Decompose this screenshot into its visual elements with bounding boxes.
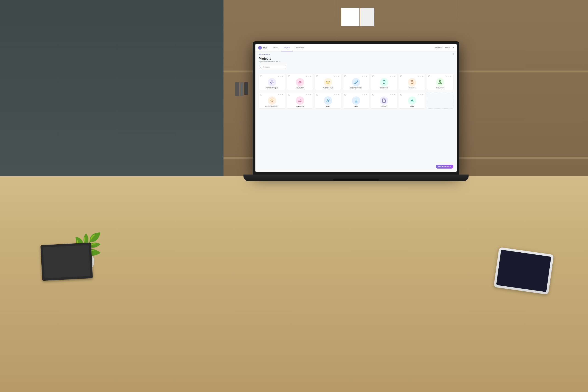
card-checkbox[interactable] [400,75,402,77]
card-checkbox[interactable] [372,94,374,96]
nav-profile[interactable]: Profile [445,47,450,48]
project-card-cosmetic[interactable]: ⇅ ✏ 🗑 [371,74,397,90]
project-card-glass-industry[interactable]: ⇅ ✏ 🗑 [259,92,285,108]
sort-icon[interactable]: ⇅ [277,94,279,96]
sort-icon[interactable]: ⇅ [445,75,447,77]
delete-icon[interactable]: 🗑 [422,94,424,96]
logo-text: TKM [263,46,267,49]
card-actions: ⇅ ✏ 🗑 [361,94,368,96]
card-checkbox[interactable] [288,75,290,77]
card-checkbox[interactable] [260,75,262,77]
delete-icon[interactable]: 🗑 [338,75,340,77]
delete-icon[interactable]: 🗑 [366,94,368,96]
sort-icon[interactable]: ⇅ [361,94,363,96]
laptop: TKM Search Projects Dashboard Resources … [253,41,460,181]
ship-label: SHIP [354,106,358,107]
delete-icon[interactable]: 🗑 [394,75,396,77]
sort-icon[interactable]: ⇅ [417,94,419,96]
armement-icon-wrapper [296,78,304,86]
project-card-aeronautique[interactable]: ⇅ ✏ 🗑 AERONAUT [259,74,285,90]
project-card-automobile[interactable]: ⇅ ✏ 🗑 [315,74,341,90]
edit-icon[interactable]: ✏ [392,94,394,96]
nav-resources[interactable]: Resources [435,47,442,48]
chemistry-label: CHEMISTRY [436,87,444,89]
sort-icon[interactable]: ⇅ [361,75,363,77]
project-card-armement[interactable]: ⇅ ✏ 🗑 [287,74,313,90]
project-card-wind[interactable]: ⇅ ✏ 🗑 [315,92,341,108]
sort-icon[interactable]: ⇅ [333,75,335,77]
delete-icon[interactable]: 🗑 [450,75,452,77]
sort-icon[interactable]: ⇅ [389,75,391,77]
nav-logout[interactable]: ↗ [452,47,454,49]
card-actions: ⇅ ✏ 🗑 [389,75,396,77]
mine-icon-wrapper [408,96,416,105]
project-card-mine[interactable]: ⇅ ✏ 🗑 [399,92,426,108]
edit-icon[interactable]: ✏ [448,75,450,77]
search-input[interactable] [259,65,286,69]
sort-icon[interactable]: ⇅ [305,75,307,77]
edit-icon[interactable]: ✏ [364,75,366,77]
delete-icon[interactable]: 🗑 [282,75,284,77]
tab-projects[interactable]: Projects [281,44,292,52]
delete-icon[interactable]: 🗑 [394,94,396,96]
wind-label: WIND [326,106,330,107]
card-top-bar: ⇅ ✏ 🗑 [372,94,396,96]
svg-point-1 [326,83,327,83]
card-checkbox[interactable] [400,94,402,96]
project-card-paper[interactable]: ⇅ ✏ 🗑 [371,92,397,108]
card-actions: ⇅ ✏ 🗑 [333,94,340,96]
tab-search[interactable]: Search [271,44,281,52]
card-top-bar: ⇅ ✏ 🗑 [400,75,424,77]
card-checkbox[interactable] [316,75,318,77]
cosmetic-label: COSMETIC [380,87,388,89]
project-card-chemistry[interactable]: ⇅ ✏ 🗑 [427,74,454,90]
tab-dashboard[interactable]: Dashboard [292,44,306,52]
edit-icon[interactable]: ✏ [392,75,394,77]
card-checkbox[interactable] [344,94,346,96]
screen: TKM Search Projects Dashboard Resources … [256,44,456,172]
card-top-bar: ⇅ ✏ 🗑 [344,75,368,77]
edit-icon[interactable]: ✏ [336,94,338,96]
card-checkbox[interactable] [316,94,318,96]
edit-icon[interactable]: ✏ [336,75,338,77]
sort-icon[interactable]: ⇅ [417,75,419,77]
delete-icon[interactable]: 🗑 [310,75,312,77]
sort-icon[interactable]: ⇅ [389,94,391,96]
sort-icon[interactable]: ⇅ [305,94,307,96]
edit-icon[interactable]: ✏ [364,94,366,96]
delete-icon[interactable]: 🗑 [282,94,284,96]
edit-icon[interactable]: ✏ [280,75,281,77]
delete-icon[interactable]: 🗑 [366,75,368,77]
card-top-bar: ⇅ ✏ 🗑 [344,94,368,96]
card-checkbox[interactable] [344,75,346,77]
delete-icon[interactable]: 🗑 [310,94,312,96]
card-checkbox[interactable] [372,75,374,77]
notebook [40,242,93,280]
delete-icon[interactable]: 🗑 [422,75,424,77]
project-card-empty [427,92,454,108]
new-project-button[interactable]: + NEW PROJECT [436,165,454,168]
card-actions: ⇅ ✏ 🗑 [277,94,284,96]
projects-grid-row1: ⇅ ✏ 🗑 AERONAUT [259,74,454,90]
projects-grid-row2: ⇅ ✏ 🗑 [259,92,454,108]
edit-icon[interactable]: ✏ [420,75,422,77]
edit-icon[interactable]: ✏ [308,94,310,96]
sort-icon[interactable]: ⇅ [277,75,279,77]
project-card-construction[interactable]: ⇅ ✏ 🗑 [343,74,369,90]
edit-icon[interactable]: ✏ [308,75,310,77]
edit-icon[interactable]: ✏ [280,94,281,96]
project-card-tobacco[interactable]: ⇅ ✏ 🗑 [287,92,313,108]
settings-icon[interactable]: ⚙ [453,53,454,55]
project-card-ceramic[interactable]: ⇅ ✏ 🗑 [399,74,426,90]
card-top-bar: ⇅ ✏ 🗑 [260,94,284,96]
edit-icon[interactable]: ✏ [420,94,422,96]
page-title: Projects [259,57,454,60]
card-checkbox[interactable] [288,94,290,96]
construction-label: CONSTRUCTION [350,87,362,89]
delete-icon[interactable]: 🗑 [338,94,340,96]
sort-icon[interactable]: ⇅ [333,94,335,96]
card-checkbox[interactable] [260,94,262,96]
card-checkbox[interactable] [428,75,430,77]
tobacco-icon-wrapper [296,96,304,105]
project-card-ship[interactable]: ⇅ ✏ 🗑 [343,92,369,108]
